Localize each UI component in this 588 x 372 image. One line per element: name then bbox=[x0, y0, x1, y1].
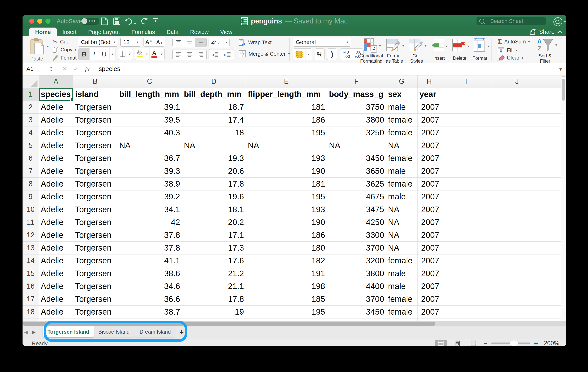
tab-view[interactable]: View bbox=[214, 28, 238, 36]
row-header-10[interactable]: 10 bbox=[22, 203, 39, 216]
cell[interactable]: island bbox=[73, 88, 117, 101]
cell[interactable] bbox=[543, 114, 561, 126]
cell[interactable]: 17.8 bbox=[182, 293, 246, 306]
cell[interactable]: 42.5 bbox=[117, 319, 182, 321]
cell[interactable]: 17.1 bbox=[182, 229, 246, 242]
cell[interactable]: 4250 bbox=[327, 216, 386, 229]
cell[interactable] bbox=[543, 191, 561, 203]
cell[interactable] bbox=[441, 242, 491, 254]
format-cells-button[interactable] bbox=[473, 38, 486, 52]
cell[interactable]: Torgersen bbox=[73, 203, 117, 216]
cell[interactable] bbox=[543, 254, 561, 267]
formula-input[interactable]: species bbox=[99, 63, 120, 75]
column-header-G[interactable]: G bbox=[386, 75, 418, 88]
cell[interactable]: 3250 bbox=[327, 126, 386, 139]
cell[interactable] bbox=[543, 101, 561, 114]
cell[interactable]: 3450 bbox=[327, 306, 386, 319]
cell[interactable]: 17.3 bbox=[182, 242, 246, 254]
cell[interactable]: Adelie bbox=[39, 216, 73, 229]
delete-cells-button[interactable] bbox=[452, 39, 466, 51]
normal-view-button[interactable] bbox=[435, 340, 447, 346]
cell[interactable]: NA bbox=[386, 229, 418, 242]
decrease-font-size-button[interactable]: A▼ bbox=[154, 38, 165, 46]
redo-icon[interactable] bbox=[141, 18, 148, 25]
cell[interactable]: Adelie bbox=[39, 139, 73, 152]
row-header-17[interactable]: 17 bbox=[22, 293, 39, 306]
cell[interactable]: Torgersen bbox=[73, 178, 117, 191]
cell[interactable]: Adelie bbox=[39, 152, 73, 165]
cell[interactable]: 3700 bbox=[327, 242, 386, 254]
cell[interactable]: 18.7 bbox=[182, 101, 246, 114]
cell[interactable]: female bbox=[386, 306, 418, 319]
horizontal-scrollbar-thumb[interactable] bbox=[23, 322, 435, 326]
cell[interactable]: 2007 bbox=[418, 280, 441, 293]
italic-button[interactable]: I bbox=[90, 48, 99, 60]
cell[interactable] bbox=[441, 152, 491, 165]
cell[interactable]: 17.6 bbox=[182, 254, 246, 267]
align-top-button[interactable] bbox=[173, 38, 184, 47]
row-header-2[interactable]: 2 bbox=[22, 101, 39, 114]
select-all-corner[interactable] bbox=[22, 75, 39, 88]
collapse-ribbon-icon[interactable] bbox=[557, 30, 562, 33]
cell[interactable]: male bbox=[386, 267, 418, 280]
cell[interactable]: male bbox=[386, 191, 418, 203]
sort-filter-button[interactable]: AZ bbox=[537, 38, 554, 52]
cell[interactable]: Torgersen bbox=[73, 229, 117, 242]
align-left-button[interactable] bbox=[173, 50, 184, 60]
cell[interactable] bbox=[491, 152, 543, 165]
cell[interactable]: 2007 bbox=[418, 267, 441, 280]
align-center-button[interactable] bbox=[184, 50, 195, 60]
zoom-window-button[interactable] bbox=[45, 19, 51, 24]
number-format-select[interactable]: General▾ bbox=[293, 38, 351, 47]
row-header-8[interactable]: 8 bbox=[22, 178, 39, 191]
cell[interactable]: Adelie bbox=[39, 229, 73, 242]
cell[interactable]: 36.6 bbox=[117, 293, 182, 306]
cell[interactable]: 38.7 bbox=[117, 306, 182, 319]
comma-style-button[interactable]: ) bbox=[327, 49, 337, 60]
cell[interactable]: Adelie bbox=[39, 267, 73, 280]
cell[interactable]: species bbox=[39, 88, 73, 101]
cell[interactable] bbox=[543, 126, 561, 139]
tab-insert[interactable]: Insert bbox=[57, 28, 83, 36]
cell[interactable]: male bbox=[386, 319, 418, 321]
cell[interactable]: 181 bbox=[246, 101, 327, 114]
cell[interactable]: Torgersen bbox=[73, 254, 117, 267]
cell[interactable]: 4675 bbox=[327, 191, 386, 203]
cell[interactable]: Torgersen bbox=[73, 114, 117, 126]
cell[interactable] bbox=[543, 88, 561, 101]
increase-decimal-button[interactable]: ◂.0 .00 bbox=[340, 49, 352, 60]
cell[interactable]: 21.1 bbox=[182, 280, 246, 293]
cell[interactable]: flipper_length_mm bbox=[246, 88, 327, 101]
cell[interactable]: 2007 bbox=[418, 178, 441, 191]
cell[interactable]: 197 bbox=[246, 319, 327, 321]
row-header-11[interactable]: 11 bbox=[22, 216, 39, 229]
sheet-tab-biscoe-island[interactable]: Biscoe Island bbox=[94, 326, 134, 337]
cell[interactable]: female bbox=[386, 114, 418, 126]
cell[interactable]: 2007 bbox=[418, 242, 441, 254]
column-header-A[interactable]: A bbox=[39, 75, 73, 88]
add-sheet-button[interactable]: + bbox=[179, 328, 184, 336]
conditional-formatting-button[interactable]: ≠ bbox=[364, 38, 378, 53]
cell[interactable] bbox=[491, 216, 543, 229]
cell[interactable]: 3750 bbox=[327, 101, 386, 114]
cell[interactable]: 2007 bbox=[418, 306, 441, 319]
column-header-J[interactable]: J bbox=[491, 75, 543, 88]
cell[interactable] bbox=[491, 267, 543, 280]
cell[interactable] bbox=[491, 306, 543, 319]
cell[interactable]: 4500 bbox=[327, 319, 386, 321]
cell[interactable]: Adelie bbox=[39, 191, 73, 203]
cell[interactable]: Torgersen bbox=[73, 139, 117, 152]
cell[interactable] bbox=[543, 229, 561, 242]
tab-formulas[interactable]: Formulas bbox=[126, 28, 161, 36]
cell[interactable]: 3200 bbox=[327, 254, 386, 267]
autosave-toggle[interactable]: OFF bbox=[81, 18, 99, 25]
undo-icon[interactable] bbox=[124, 18, 133, 25]
cell[interactable]: female bbox=[386, 152, 418, 165]
cell[interactable] bbox=[491, 114, 543, 126]
cell[interactable]: 190 bbox=[246, 216, 327, 229]
cell[interactable]: 20.2 bbox=[182, 216, 246, 229]
cell[interactable]: Torgersen bbox=[73, 242, 117, 254]
cell[interactable]: 20.7 bbox=[182, 319, 246, 321]
cell[interactable]: 181 bbox=[246, 178, 327, 191]
cell[interactable]: 38.9 bbox=[117, 178, 182, 191]
